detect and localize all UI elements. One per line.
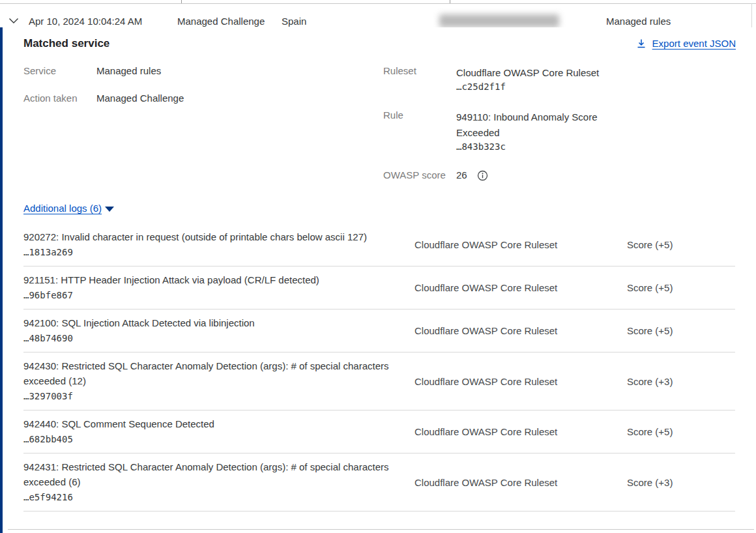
log-description-cell: 920272: Invalid character in request (ou…: [23, 229, 414, 260]
log-score-cell: Score (+5): [627, 315, 735, 346]
additional-logs-label: Additional logs (6): [23, 203, 102, 214]
log-score: Score (+3): [627, 477, 673, 488]
event-country: Spain: [282, 16, 306, 27]
logs-table: 920272: Invalid character in request (ou…: [23, 223, 735, 511]
log-row: 921151: HTTP Header Injection Attack via…: [23, 266, 735, 310]
log-ruleset: Cloudflare OWASP Core Ruleset: [414, 282, 557, 293]
rule-value: 949110: Inbound Anomaly Score Exceeded: [456, 109, 613, 141]
log-score-cell: Score (+3): [627, 358, 735, 404]
log-ruleset-cell: Cloudflare OWASP Core Ruleset: [414, 272, 627, 303]
events-detail-screen: Apr 10, 2024 10:04:24 AM Managed Challen…: [0, 0, 756, 533]
next-row-divider: [8, 529, 754, 530]
log-description: 921151: HTTP Header Injection Attack via…: [23, 272, 400, 287]
ruleset-label: Ruleset: [383, 65, 416, 76]
event-summary-row[interactable]: Apr 10, 2024 10:04:24 AM Managed Challen…: [0, 4, 756, 27]
column-divider-tick: [450, 0, 450, 3]
log-hash: …3297003f: [23, 388, 400, 404]
log-row: 942440: SQL Comment Sequence Detected …6…: [23, 411, 735, 454]
column-divider-tick: [181, 0, 182, 3]
log-description: 942431: Restricted SQL Character Anomaly…: [23, 459, 400, 489]
redacted-host-blur: [439, 14, 559, 27]
export-event-json-link[interactable]: Export event JSON: [636, 38, 736, 49]
log-score: Score (+5): [627, 426, 673, 437]
event-timestamp: Apr 10, 2024 10:04:24 AM: [29, 16, 142, 27]
log-ruleset-cell: Cloudflare OWASP Core Ruleset: [414, 229, 627, 260]
log-description-cell: 942100: SQL Injection Attack Detected vi…: [23, 315, 414, 346]
log-row: 942100: SQL Injection Attack Detected vi…: [23, 310, 735, 353]
log-score: Score (+5): [627, 239, 673, 250]
event-service: Managed rules: [606, 16, 671, 27]
download-icon: [636, 38, 647, 49]
panel-title: Matched service: [23, 37, 109, 50]
log-ruleset-cell: Cloudflare OWASP Core Ruleset: [414, 358, 627, 404]
log-description: 942100: SQL Injection Attack Detected vi…: [23, 315, 400, 330]
log-hash: …1813a269: [23, 244, 400, 260]
ruleset-hash: …c25d2f1f: [456, 81, 506, 92]
log-ruleset: Cloudflare OWASP Core Ruleset: [414, 477, 557, 488]
log-score: Score (+5): [627, 282, 673, 293]
log-hash: …96bfe867: [23, 287, 400, 303]
log-description-cell: 942440: SQL Comment Sequence Detected …6…: [23, 416, 414, 447]
log-row: 920272: Invalid character in request (ou…: [23, 223, 735, 266]
log-hash: …e5f94216: [23, 489, 400, 505]
log-hash: …682bb405: [23, 431, 400, 447]
log-score: Score (+3): [627, 376, 673, 387]
owasp-score-value: 26: [456, 169, 467, 180]
log-description: 920272: Invalid character in request (ou…: [23, 229, 400, 244]
log-ruleset: Cloudflare OWASP Core Ruleset: [414, 376, 557, 387]
log-ruleset: Cloudflare OWASP Core Ruleset: [414, 426, 557, 437]
log-score-cell: Score (+5): [627, 416, 735, 447]
caret-down-icon: [105, 207, 114, 212]
additional-logs-toggle[interactable]: Additional logs (6): [23, 203, 114, 214]
log-score: Score (+5): [627, 325, 673, 336]
info-icon[interactable]: [477, 170, 488, 181]
rule-hash: …843b323c: [456, 141, 506, 152]
log-ruleset-cell: Cloudflare OWASP Core Ruleset: [414, 459, 627, 505]
chevron-down-icon[interactable]: [8, 18, 19, 24]
rule-label: Rule: [383, 109, 403, 121]
owasp-score-label: OWASP score: [383, 169, 446, 180]
log-row: 942430: Restricted SQL Character Anomaly…: [23, 353, 735, 411]
log-score-cell: Score (+5): [627, 229, 735, 260]
log-hash: …48b74690: [23, 330, 400, 346]
ruleset-value: Cloudflare OWASP Core Ruleset: [456, 65, 616, 81]
log-description: 942430: Restricted SQL Character Anomaly…: [23, 358, 400, 388]
action-taken-label: Action taken: [23, 93, 78, 104]
service-value: Managed rules: [96, 65, 161, 76]
log-ruleset: Cloudflare OWASP Core Ruleset: [414, 239, 557, 250]
log-description-cell: 942430: Restricted SQL Character Anomaly…: [23, 358, 414, 404]
log-row: 942431: Restricted SQL Character Anomaly…: [23, 454, 735, 511]
service-label: Service: [23, 65, 56, 76]
log-ruleset-cell: Cloudflare OWASP Core Ruleset: [414, 416, 627, 447]
event-action: Managed Challenge: [177, 16, 265, 27]
log-ruleset-cell: Cloudflare OWASP Core Ruleset: [414, 315, 627, 346]
log-score-cell: Score (+3): [627, 459, 735, 505]
log-description: 942440: SQL Comment Sequence Detected: [23, 416, 400, 431]
export-link-label: Export event JSON: [652, 38, 736, 49]
log-ruleset: Cloudflare OWASP Core Ruleset: [414, 325, 557, 336]
event-detail-panel: Matched service Export event JSON Servic…: [0, 27, 756, 533]
action-taken-value: Managed Challenge: [96, 93, 184, 104]
log-score-cell: Score (+5): [627, 272, 735, 303]
log-description-cell: 921151: HTTP Header Injection Attack via…: [23, 272, 414, 303]
log-description-cell: 942431: Restricted SQL Character Anomaly…: [23, 459, 414, 505]
